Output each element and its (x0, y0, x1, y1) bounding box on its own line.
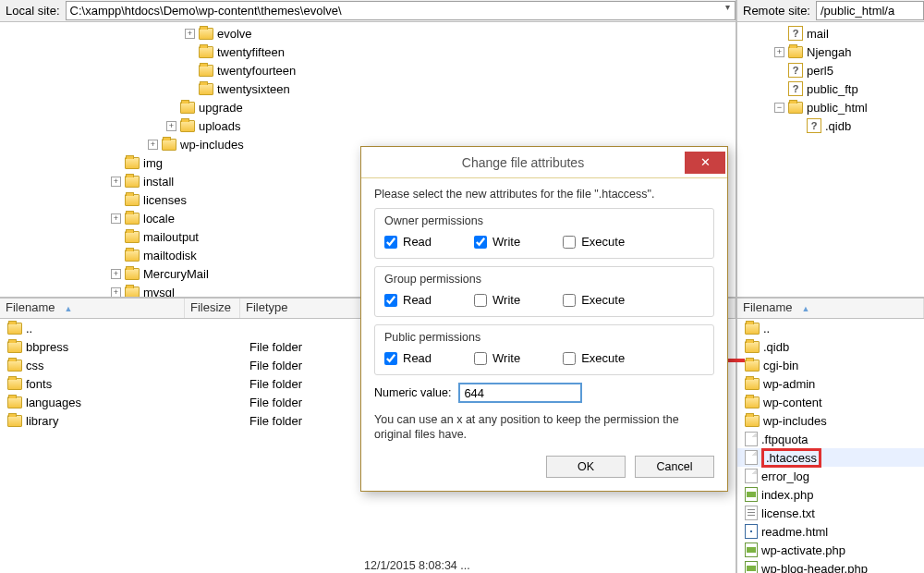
folder-icon (199, 83, 213, 95)
remote-tree: ?mail+Njengah?perl5?public_ftp−public_ht… (737, 22, 924, 299)
permission-group: Public permissionsReadWriteExecute (374, 324, 714, 375)
collapse-icon[interactable]: − (774, 103, 784, 113)
col-filesize[interactable]: Filesize (185, 299, 240, 318)
folder-icon (7, 341, 22, 353)
local-path-combo[interactable]: ▾ (66, 1, 736, 20)
tree-item[interactable]: ?mail (737, 24, 924, 43)
ok-button[interactable]: OK (546, 456, 626, 478)
tree-item[interactable]: twentyfifteen (0, 43, 736, 61)
dialog-title: Change file attributes (361, 155, 685, 170)
dialog-titlebar[interactable]: Change file attributes ✕ (361, 147, 727, 178)
tree-item[interactable]: ?public_ftp (737, 79, 924, 98)
list-item[interactable]: error_log (737, 467, 924, 485)
tree-item[interactable]: +Njengah (737, 43, 924, 61)
list-item[interactable]: .htaccess (737, 448, 924, 467)
group-title: Owner permissions (384, 214, 704, 227)
file-icon (745, 469, 758, 483)
file-name: library (26, 414, 58, 428)
expand-icon[interactable]: + (185, 29, 195, 39)
tree-item-label: mail (807, 27, 829, 41)
file-name: .qidb (763, 340, 789, 354)
list-item[interactable]: index.php (737, 485, 924, 504)
remote-path-combo[interactable] (816, 1, 924, 20)
list-item[interactable]: wp-admin (737, 374, 924, 393)
expand-icon[interactable]: + (111, 269, 121, 279)
txt-file-icon (745, 506, 758, 520)
numeric-value-input[interactable] (458, 383, 582, 403)
file-name: bbpress (26, 340, 68, 354)
tree-item-label: perl5 (807, 64, 833, 78)
remote-file-list: Filename▲ ...qidbcgi-binwp-adminwp-conte… (737, 299, 924, 573)
execute-checkbox[interactable]: Execute (563, 235, 625, 249)
permission-group: Group permissionsReadWriteExecute (374, 266, 714, 317)
read-checkbox[interactable]: Read (384, 235, 432, 249)
folder-icon (125, 231, 140, 243)
list-item[interactable]: .ftpquota (737, 430, 924, 448)
list-item[interactable]: cgi-bin (737, 356, 924, 374)
tree-item-label: twentyfifteen (217, 45, 285, 59)
tree-item[interactable]: +uploads (0, 116, 736, 135)
php-file-icon (745, 561, 758, 573)
tree-item-label: .qidb (825, 119, 851, 133)
write-checkbox[interactable]: Write (474, 351, 520, 365)
list-item[interactable]: wp-includes (737, 411, 924, 430)
dialog-body: Please select the new attributes for the… (361, 178, 727, 491)
folder-icon (125, 157, 140, 169)
tree-item[interactable]: twentysixteen (0, 79, 736, 98)
expand-icon[interactable]: + (111, 213, 121, 224)
file-name: .htaccess (761, 448, 821, 468)
folder-icon (125, 286, 140, 298)
write-checkbox[interactable]: Write (474, 235, 520, 249)
folder-icon (125, 268, 140, 280)
tree-item-label: mailtodisk (143, 249, 197, 262)
read-checkbox[interactable]: Read (384, 351, 432, 365)
remote-path-input[interactable] (817, 4, 923, 18)
folder-icon (199, 28, 213, 40)
expand-icon[interactable]: + (111, 177, 121, 187)
expand-icon[interactable]: + (774, 47, 784, 57)
tree-item[interactable]: ?.qidb (737, 116, 924, 135)
local-path-input[interactable] (67, 4, 720, 18)
list-item[interactable]: readme.html (737, 522, 924, 541)
expand-icon[interactable]: + (111, 287, 121, 298)
folder-icon (199, 46, 213, 58)
list-item[interactable]: wp-blog-header.php (737, 559, 924, 573)
timestamp-text: 12/1/2015 8:08:34 ... (364, 559, 470, 572)
folder-icon (7, 415, 22, 427)
list-item[interactable]: license.txt (737, 504, 924, 522)
remote-col-filename[interactable]: Filename▲ (737, 299, 924, 318)
cancel-button[interactable]: Cancel (635, 456, 714, 478)
list-item[interactable]: wp-activate.php (737, 541, 924, 559)
execute-checkbox[interactable]: Execute (563, 293, 625, 307)
unknown-icon: ? (788, 63, 803, 78)
tree-item[interactable]: twentyfourteen (0, 61, 736, 79)
col-filename[interactable]: Filename▲ (0, 299, 185, 318)
tree-item[interactable]: +evolve (0, 24, 736, 43)
tree-item[interactable]: upgrade (0, 98, 736, 116)
file-name: wp-activate.php (761, 543, 845, 557)
folder-icon (180, 102, 195, 114)
close-button[interactable]: ✕ (685, 152, 725, 174)
tree-item[interactable]: −public_html (737, 98, 924, 116)
file-name: wp-includes (763, 414, 827, 428)
file-name: wp-admin (763, 377, 815, 391)
chevron-down-icon[interactable]: ▾ (720, 2, 735, 19)
file-name: fonts (26, 377, 52, 391)
tree-item-label: wp-includes (180, 138, 244, 152)
folder-icon (7, 396, 22, 408)
execute-checkbox[interactable]: Execute (563, 351, 625, 365)
remote-tree-list[interactable]: ?mail+Njengah?perl5?public_ftp−public_ht… (737, 22, 924, 297)
tree-item[interactable]: ?perl5 (737, 61, 924, 79)
remote-file-rows[interactable]: ...qidbcgi-binwp-adminwp-contentwp-inclu… (737, 319, 924, 573)
read-checkbox[interactable]: Read (384, 293, 432, 307)
remote-site-label: Remote site: (737, 4, 816, 18)
expand-icon[interactable]: + (166, 121, 176, 131)
write-checkbox[interactable]: Write (474, 293, 520, 307)
list-item[interactable]: .. (737, 319, 924, 337)
list-item[interactable]: .qidb (737, 337, 924, 356)
list-item[interactable]: wp-content (737, 393, 924, 411)
expand-icon[interactable]: + (148, 140, 158, 150)
tree-item-label: uploads (199, 119, 241, 133)
tree-item-label: evolve (217, 27, 252, 41)
folder-icon (745, 378, 760, 390)
